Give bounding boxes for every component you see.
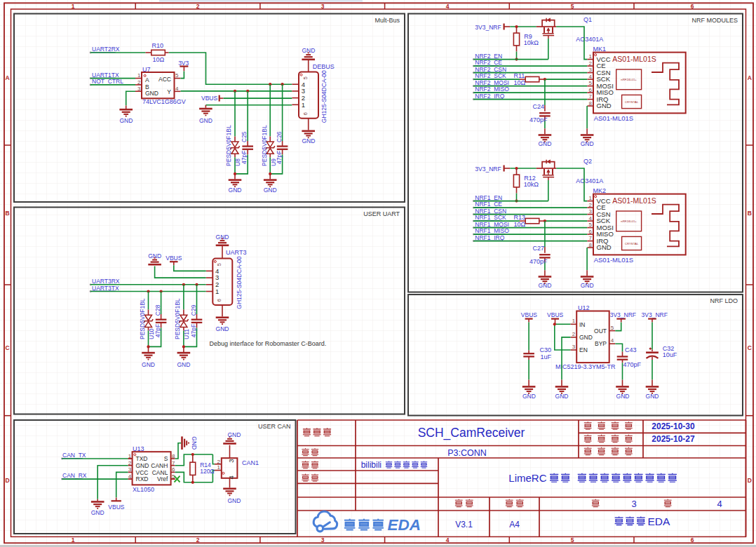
- svg-text:VBUS: VBUS: [547, 311, 563, 318]
- svg-text:6: 6: [589, 87, 593, 93]
- svg-text:10kΩ: 10kΩ: [524, 39, 539, 46]
- svg-text:R10: R10: [152, 42, 164, 49]
- svg-text:GND: GND: [216, 325, 229, 332]
- svg-text:CAN_TX: CAN_TX: [62, 452, 86, 459]
- svg-text:GND: GND: [302, 137, 315, 144]
- svg-text:NRF2_MOSI: NRF2_MOSI: [475, 79, 509, 86]
- svg-text:47pF: 47pF: [154, 324, 161, 337]
- svg-text:3: 3: [137, 86, 141, 92]
- svg-text:P3:CONN: P3:CONN: [447, 448, 487, 458]
- svg-text:AO3401A: AO3401A: [576, 177, 603, 184]
- svg-text:1: 1: [572, 318, 576, 324]
- svg-text:GND: GND: [538, 140, 551, 147]
- svg-text:4: 4: [446, 3, 450, 10]
- svg-text:5: 5: [571, 536, 574, 543]
- svg-text:VBUS: VBUS: [201, 95, 217, 102]
- svg-text:5: 5: [589, 222, 593, 228]
- svg-text:NRF2_CSN: NRF2_CSN: [475, 66, 506, 73]
- svg-text:6: 6: [589, 229, 593, 235]
- svg-text:GND: GND: [227, 431, 241, 438]
- svg-text:470pF: 470pF: [529, 258, 548, 265]
- svg-text:5: 5: [571, 3, 574, 10]
- svg-text:NRF1_CE: NRF1_CE: [475, 201, 502, 208]
- svg-text:AS01-ML01S: AS01-ML01S: [612, 55, 656, 63]
- svg-text:VCC: VCC: [136, 469, 149, 476]
- svg-text:10uF: 10uF: [663, 351, 677, 358]
- svg-text:GND: GND: [148, 252, 161, 259]
- svg-text:GND: GND: [579, 334, 593, 341]
- svg-text:C26: C26: [276, 131, 283, 142]
- svg-text:1: 1: [137, 72, 141, 79]
- svg-text:6: 6: [172, 466, 175, 473]
- svg-text:DEBUS: DEBUS: [313, 63, 335, 70]
- svg-text:UART3: UART3: [226, 249, 246, 256]
- svg-text:GND: GND: [264, 187, 277, 194]
- svg-text:6: 6: [302, 112, 309, 115]
- svg-text:3: 3: [128, 466, 132, 473]
- svg-text:GND: GND: [227, 497, 241, 504]
- svg-text:USER CAN: USER CAN: [258, 423, 291, 430]
- svg-text:C30: C30: [540, 346, 552, 353]
- svg-text:NRF2_IRQ: NRF2_IRQ: [475, 93, 504, 100]
- svg-text:D: D: [5, 477, 9, 484]
- svg-text:Q1: Q1: [583, 16, 592, 23]
- svg-text:bilibili: bilibili: [361, 460, 382, 470]
- svg-text:470pF: 470pF: [623, 361, 642, 368]
- svg-text:1: 1: [589, 195, 593, 201]
- svg-text:3: 3: [572, 344, 576, 350]
- svg-text:LimeRC: LimeRC: [508, 472, 546, 484]
- svg-text:6: 6: [691, 536, 694, 543]
- svg-text:PESD5V0F1BL: PESD5V0F1BL: [261, 125, 268, 166]
- svg-text:2: 2: [589, 202, 593, 208]
- svg-text:NRF1_CSN: NRF1_CSN: [475, 208, 506, 215]
- svg-text:C29: C29: [190, 304, 197, 316]
- svg-text:3: 3: [589, 208, 593, 215]
- svg-text:1: 1: [128, 453, 132, 459]
- svg-text:C28: C28: [154, 304, 161, 316]
- svg-text:8: 8: [589, 242, 593, 248]
- svg-text:RXD: RXD: [136, 475, 149, 482]
- svg-text:EDA: EDA: [388, 516, 421, 534]
- svg-text:1: 1: [72, 536, 75, 543]
- svg-text:NRF MODULES: NRF MODULES: [691, 17, 738, 24]
- svg-text:NRF LDO: NRF LDO: [710, 297, 738, 304]
- svg-text:NRF2_EN: NRF2_EN: [475, 53, 502, 60]
- svg-text:GND: GND: [136, 462, 149, 469]
- svg-text:8: 8: [172, 453, 175, 459]
- svg-text:NRF2_SCK: NRF2_SCK: [475, 72, 506, 79]
- svg-text:1: 1: [589, 53, 593, 60]
- svg-text:C32: C32: [663, 345, 675, 352]
- svg-text:1: 1: [302, 101, 305, 109]
- svg-text:NRF1_EN: NRF1_EN: [475, 194, 502, 201]
- svg-text:GND: GND: [216, 234, 229, 241]
- svg-text:VBUS: VBUS: [521, 311, 537, 318]
- svg-text:AO3401A: AO3401A: [576, 36, 603, 43]
- svg-text:NRF1_IRQ: NRF1_IRQ: [475, 234, 504, 241]
- svg-text:GND: GND: [119, 117, 133, 124]
- svg-text:Q2: Q2: [583, 158, 592, 165]
- svg-text:Vref: Vref: [157, 475, 168, 482]
- svg-text:CAN1: CAN1: [242, 459, 259, 466]
- svg-text:VBUS: VBUS: [108, 504, 124, 511]
- svg-text:B: B: [5, 210, 9, 217]
- svg-text:7: 7: [589, 93, 593, 100]
- svg-text:7: 7: [589, 235, 593, 241]
- svg-text:MIC5219-3.3YM5-TR: MIC5219-3.3YM5-TR: [555, 363, 616, 370]
- svg-text:GND: GND: [191, 436, 198, 450]
- svg-text:2: 2: [196, 3, 200, 10]
- svg-text:GND: GND: [581, 140, 594, 147]
- svg-text:A4: A4: [509, 520, 520, 529]
- svg-text:GND: GND: [555, 393, 569, 400]
- svg-text:4: 4: [717, 499, 722, 509]
- svg-text:4: 4: [175, 86, 179, 92]
- svg-text:4: 4: [128, 473, 132, 480]
- svg-text:Mult-Bus: Mult-Bus: [374, 17, 400, 24]
- svg-text:2025-10-27: 2025-10-27: [652, 434, 695, 444]
- svg-text:6: 6: [691, 3, 694, 10]
- svg-text:3V3: 3V3: [178, 60, 189, 67]
- svg-text:MK2: MK2: [593, 187, 607, 194]
- svg-text:CRYSTAL: CRYSTAL: [625, 242, 639, 245]
- svg-text:2: 2: [137, 79, 141, 86]
- svg-text:XL1050: XL1050: [133, 486, 154, 493]
- svg-text:GND: GND: [91, 509, 104, 516]
